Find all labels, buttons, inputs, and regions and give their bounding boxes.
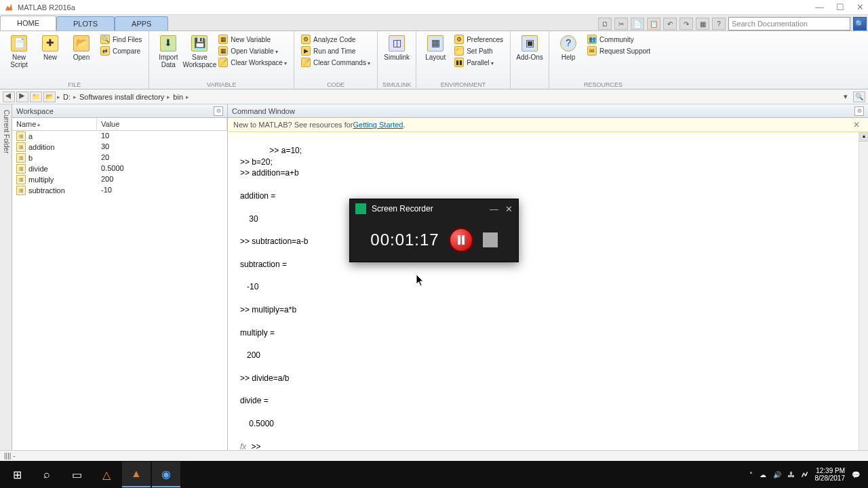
nav-browse-button[interactable]: 📂 [43,92,56,102]
workspace-variable-row[interactable]: ⊞addition30 [12,142,227,152]
find-files-button[interactable]: 🔍Find Files [98,34,144,45]
taskbar-search-icon[interactable]: ⌕ [33,462,61,487]
clear-ws-icon: 🧹 [218,58,228,67]
notifications-icon[interactable]: 💬 [852,471,860,479]
layout-icon: ▦ [427,35,443,52]
workspace-variable-row[interactable]: ⊞divide0.5000 [12,163,227,174]
nav-forward-button[interactable]: ⯈ [16,92,28,102]
matlab-logo-icon [4,3,14,12]
open-icon: 📂 [73,35,90,52]
maximize-button[interactable]: ☐ [836,2,844,12]
ribbon-toolstrip: 📄New Script ✚New 📂Open 🔍Find Files ⇄Comp… [0,31,868,89]
tab-home[interactable]: HOME [0,16,56,30]
command-window-body[interactable]: >> a=10; >> b=20; >> addition=a+b additi… [228,132,868,450]
new-script-icon: 📄 [11,35,27,52]
parallel-icon: ▮▮ [454,58,464,67]
community-button[interactable]: 👥Community [585,34,653,45]
clear-workspace-button[interactable]: 🧹Clear Workspace [216,57,290,68]
simulink-button[interactable]: ◫Simulink [382,33,412,61]
search-doc-button[interactable]: 🔍 [853,17,867,30]
compare-button[interactable]: ⇄Compare [98,45,144,56]
recorder-stop-button[interactable] [483,232,498,247]
search-doc-input[interactable]: Search Documentation [728,17,850,30]
vlc-icon[interactable]: △ [92,462,121,487]
recorder-minimize-button[interactable]: — [490,204,498,214]
taskbar-clock[interactable]: 12:39 PM 8/28/2017 [815,467,846,482]
help-search-icon[interactable]: ? [712,18,726,30]
tray-battery-icon[interactable]: 🗲 [802,471,808,479]
paste-icon[interactable]: 📋 [647,18,660,30]
layout-button[interactable]: ▦Layout [420,33,450,61]
run-and-time-button[interactable]: ▶Run and Time [298,45,373,56]
cut-icon[interactable]: ✂ [614,18,628,30]
help-button[interactable]: ?Help [553,33,583,61]
recorder-pause-button[interactable] [449,228,473,252]
nav-up-button[interactable]: 📁 [30,92,42,102]
new-button[interactable]: ✚New [35,33,65,61]
save-workspace-button[interactable]: 💾Save Workspace [184,33,214,68]
command-scrollbar[interactable]: ▴ [859,132,868,450]
preferences-button[interactable]: ⚙Preferences [452,34,506,45]
open-button[interactable]: 📂Open [66,33,96,61]
parallel-button[interactable]: ▮▮Parallel [452,57,506,68]
matlab-taskbar-icon[interactable]: ▲ [122,462,151,487]
help-icon: ? [560,35,576,52]
clear-commands-button[interactable]: 🧹Clear Commands [298,57,373,68]
workspace-variable-row[interactable]: ⊞a10 [12,131,227,142]
getting-started-link[interactable]: Getting Started [353,121,403,129]
crumb-folder2[interactable]: bin [172,93,184,101]
crumb-folder1[interactable]: Softwares install directory [78,93,165,101]
set-path-button[interactable]: 📁Set Path [452,45,506,56]
nav-back-button[interactable]: ⯇ [3,92,15,102]
open-variable-button[interactable]: ▦Open Variable [216,45,290,56]
close-button[interactable]: ✕ [856,2,864,12]
crumb-drive[interactable]: D: [62,93,72,101]
request-support-button[interactable]: ✉Request Support [585,45,653,56]
workspace-variable-row[interactable]: ⊞multiply200 [12,174,227,185]
workspace-col-value[interactable]: Value [97,118,227,130]
tray-volume-icon[interactable]: 🔊 [773,471,781,479]
gear-icon: ⚙ [454,35,464,44]
simulink-icon: ◫ [389,35,405,52]
environment-group-label: ENVIRONMENT [420,81,506,89]
workspace-variable-row[interactable]: ⊞b20 [12,152,227,163]
minimize-button[interactable]: — [815,2,824,12]
workspace-menu-button[interactable]: ⊙ [214,106,223,116]
tray-chevron-icon[interactable]: ˄ [749,471,753,479]
command-window-menu-button[interactable]: ⊙ [854,106,864,116]
new-variable-button[interactable]: ▦New Variable [216,34,290,45]
copy-icon[interactable]: 📄 [631,18,644,30]
scroll-up-button[interactable]: ▴ [859,132,868,142]
variable-icon: ⊞ [16,131,26,141]
banner-close-button[interactable]: ✕ [850,120,863,129]
addr-dropdown-button[interactable]: ▾ [840,92,852,101]
task-view-icon[interactable]: ▭ [62,462,91,487]
workspace-title: Workspace [16,107,54,115]
save-ws-icon: 💾 [191,35,208,52]
quick-access-icon[interactable]: 🗋 [598,18,612,30]
new-script-button[interactable]: 📄New Script [4,33,34,68]
tray-network-icon[interactable]: 🖧 [788,471,795,479]
addr-search-button[interactable]: 🔍 [853,92,865,102]
recorder-taskbar-icon[interactable]: ◉ [152,462,180,487]
analyze-code-button[interactable]: ⚙Analyze Code [298,34,373,45]
simulink-group-label: SIMULINK [382,81,412,89]
recorder-logo-icon [355,203,366,214]
recorder-close-button[interactable]: ✕ [505,204,513,214]
workspace-variable-row[interactable]: ⊞subtraction-10 [12,185,227,196]
layout-toggle-icon[interactable]: ▦ [696,18,709,30]
workspace-col-name[interactable]: Name▴ [12,118,97,130]
tray-onedrive-icon[interactable]: ☁ [760,471,766,479]
clear-cmd-icon: 🧹 [301,58,311,67]
undo-icon[interactable]: ↶ [663,18,677,30]
command-window-panel: Command Window ⊙ New to MATLAB? See reso… [228,104,868,450]
tab-apps[interactable]: APPS [115,16,168,30]
app-title: MATLAB R2016a [18,3,75,12]
current-folder-tab[interactable]: Current Folder [0,104,12,450]
redo-icon[interactable]: ↷ [679,18,693,30]
tab-plots[interactable]: PLOTS [56,16,115,30]
start-button[interactable]: ⊞ [3,462,31,487]
screen-recorder-window[interactable]: Screen Recorder — ✕ 00:01:17 [349,199,519,262]
import-data-button[interactable]: ⬇Import Data [153,33,183,68]
addons-button[interactable]: ▣Add-Ons [515,33,545,61]
